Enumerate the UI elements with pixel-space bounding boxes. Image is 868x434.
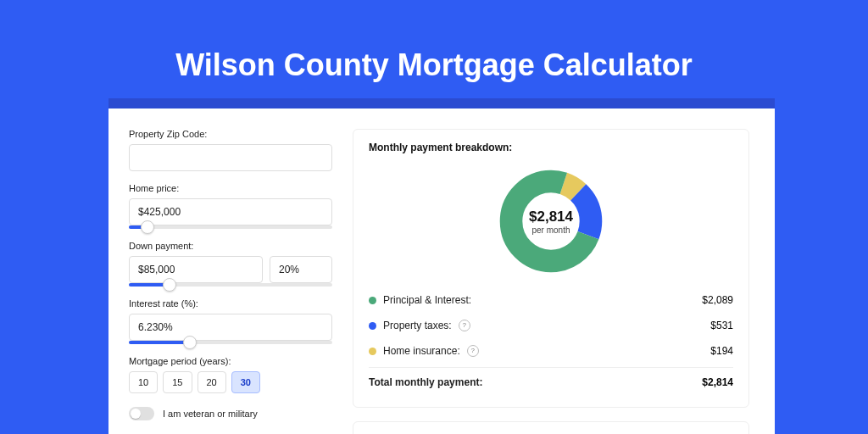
legend-total-row: Total monthly payment: $2,814 [369,367,733,395]
legend-dot [369,348,376,355]
legend-value: $2,089 [702,294,733,306]
info-icon[interactable]: ? [467,345,479,357]
page-title: Wilson County Mortgage Calculator [0,0,868,83]
legend: Principal & Interest:$2,089Property taxe… [369,287,733,364]
breakdown-panel: Monthly payment breakdown: $2,814 per mo… [353,129,749,408]
down-payment-amount-input[interactable] [129,256,263,283]
donut-value: $2,814 [529,209,573,225]
interest-rate-label: Interest rate (%): [129,298,332,309]
legend-value: $194 [710,345,733,357]
home-price-input[interactable] [129,198,332,225]
header-band [108,98,775,108]
zip-field: Property Zip Code: [129,129,332,171]
interest-rate-field: Interest rate (%): [129,298,332,344]
home-price-field: Home price: [129,183,332,229]
period-option-30[interactable]: 30 [231,371,260,393]
zip-input[interactable] [129,144,332,171]
legend-label: Principal & Interest: [383,294,471,306]
mortgage-period-label: Mortgage period (years): [129,356,332,366]
legend-row: Home insurance:?$194 [369,338,733,364]
down-payment-label: Down payment: [129,241,332,251]
legend-total-value: $2,814 [702,376,733,388]
donut-wrap: $2,814 per month [369,162,733,287]
info-icon[interactable]: ? [459,320,470,331]
interest-rate-input[interactable] [129,314,332,341]
mortgage-period-field: Mortgage period (years): 10152030 [129,356,332,393]
period-option-15[interactable]: 15 [163,371,192,393]
legend-row: Principal & Interest:$2,089 [369,287,733,313]
period-option-10[interactable]: 10 [129,371,158,393]
donut-sublabel: per month [531,225,570,235]
down-payment-pct-input[interactable] [270,256,332,283]
home-price-slider[interactable] [129,225,332,229]
calculator-card: Property Zip Code: Home price: Down paym… [108,108,775,434]
breakdown-title: Monthly payment breakdown: [369,142,733,153]
legend-label: Home insurance: [383,345,460,357]
toggle-knob [131,409,141,419]
legend-dot [369,322,376,330]
form-column: Property Zip Code: Home price: Down paym… [129,129,332,434]
legend-label: Property taxes: [383,320,452,331]
legend-dot [369,297,376,304]
legend-value: $531 [710,320,733,331]
amortization-panel: Amortization for mortgage loan Amortizat… [353,421,749,434]
veteran-label: I am veteran or military [163,409,258,419]
home-price-label: Home price: [129,183,332,193]
veteran-row: I am veteran or military [129,407,332,420]
donut-chart: $2,814 per month [498,169,604,274]
interest-rate-slider[interactable] [129,341,332,344]
legend-row: Property taxes:?$531 [369,313,733,338]
zip-label: Property Zip Code: [129,129,332,139]
down-payment-slider[interactable] [129,283,332,287]
down-payment-field: Down payment: [129,241,332,287]
period-option-20[interactable]: 20 [198,371,226,393]
legend-total-label: Total monthly payment: [369,376,482,388]
results-column: Monthly payment breakdown: $2,814 per mo… [353,129,749,434]
veteran-toggle[interactable] [129,407,154,420]
